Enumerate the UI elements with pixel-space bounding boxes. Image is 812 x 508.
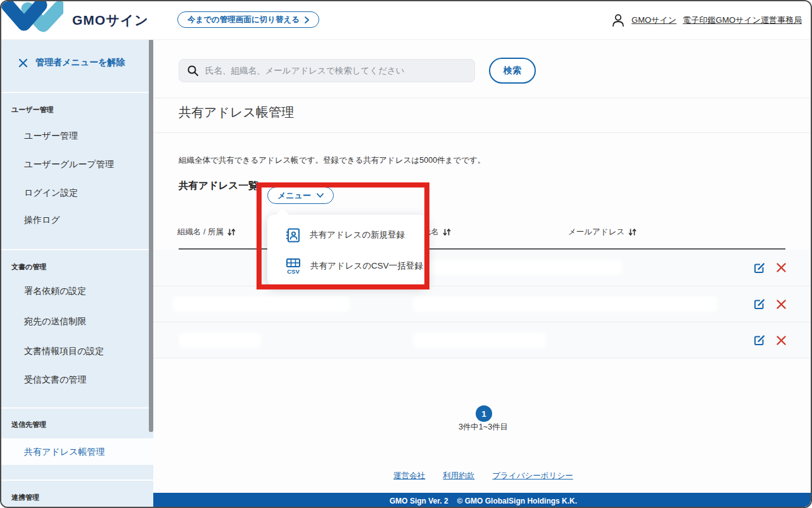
sidebar-item-recipient-send-restriction[interactable]: 宛先の送信制限 (24, 315, 86, 327)
redacted-cell (172, 296, 350, 312)
version-label: GMO Sign Ver. 2 (390, 497, 448, 505)
account-link-service[interactable]: GMOサイン (631, 15, 676, 26)
switch-admin-view-button[interactable]: 今までの管理画面に切り替える (177, 11, 319, 28)
sidebar-item-signature-request-settings[interactable]: 署名依頼の設定 (24, 284, 86, 297)
footer-link-company[interactable]: 運営会社 (393, 471, 425, 481)
csv-upload-icon: CSV (285, 258, 301, 274)
footer-link-terms[interactable]: 利用約款 (443, 471, 474, 481)
sidebar-divider (1, 92, 153, 93)
admin-sidebar: 管理者メニューを解除 ユーザー管理 ユーザー管理 ユーザーグループ管理 ログイン… (1, 39, 153, 508)
column-header-organization[interactable]: 組織名 / 所属 (177, 227, 236, 238)
account-link-operator[interactable]: 電子印鑑GMOサイン運営事務局 (683, 15, 802, 26)
account-area: GMOサイン 電子印鑑GMOサイン運営事務局 (611, 1, 802, 39)
sidebar-section-user-mgmt: ユーザー管理 (11, 105, 54, 115)
delete-x-icon (776, 335, 787, 346)
top-header: GMOサイン 今までの管理画面に切り替える GMOサイン 電子印鑑GMOサイン運… (1, 1, 811, 40)
menu-item-csv-bulk-register[interactable]: CSV 共有アドレスのCSV一括登録 (267, 250, 427, 282)
close-icon (18, 58, 28, 68)
search-button[interactable]: 検索 (489, 58, 536, 84)
sort-icon (227, 228, 236, 236)
list-title: 共有アドレス一覧 (179, 179, 258, 193)
sidebar-item-operation-log[interactable]: 操作ログ (24, 213, 60, 226)
delete-button[interactable] (776, 335, 787, 346)
column-label: メールアドレス (568, 227, 625, 238)
sidebar-divider (1, 479, 153, 481)
redacted-cell (413, 260, 622, 275)
divider (153, 132, 812, 133)
pagination-page-1[interactable]: 1 (476, 405, 492, 422)
edit-icon (753, 334, 766, 346)
svg-text:CSV: CSV (287, 268, 300, 274)
search-input[interactable]: 氏名、組織名、メールアドレスで検索してください (179, 59, 475, 82)
menu-button-label: メニュー (277, 190, 311, 201)
sidebar-scrollbar[interactable] (149, 39, 153, 432)
edit-button[interactable] (753, 298, 766, 310)
column-header-name[interactable]: 氏名 (423, 227, 451, 238)
page-description: 組織全体で共有できるアドレス帳です。登録できる共有アドレスは5000件までです。 (179, 155, 485, 166)
edit-button[interactable] (753, 262, 766, 274)
search-placeholder: 氏名、組織名、メールアドレスで検索してください (205, 65, 405, 77)
page-title: 共有アドレス帳管理 (179, 104, 294, 121)
search-icon (187, 65, 199, 77)
redacted-cell (413, 333, 546, 348)
redacted-cell (413, 296, 717, 312)
table-row (153, 322, 812, 359)
menu-item-new-shared-address[interactable]: 共有アドレスの新規登録 (267, 219, 427, 251)
sidebar-divider (1, 249, 153, 250)
switch-button-label: 今までの管理画面に切り替える (187, 15, 300, 25)
delete-x-icon (776, 262, 787, 273)
bottom-version-bar: GMO Sign Ver. 2 © GMO GlobalSign Holding… (153, 493, 812, 508)
delete-button[interactable] (776, 299, 787, 310)
sidebar-item-user-group-management[interactable]: ユーザーグループ管理 (24, 158, 114, 170)
address-book-add-icon (285, 227, 301, 243)
sort-icon (443, 228, 451, 236)
sidebar-collapse-label: 管理者メニューを解除 (35, 57, 125, 68)
edit-button[interactable] (753, 334, 766, 346)
sidebar-section-document-mgmt: 文書の管理 (11, 262, 46, 272)
table-row (153, 286, 812, 322)
menu-item-label: 共有アドレスの新規登録 (310, 229, 405, 241)
sidebar-divider (1, 407, 153, 409)
delete-x-icon (776, 299, 787, 310)
column-header-email[interactable]: メールアドレス (568, 227, 637, 238)
sidebar-item-login-settings[interactable]: ログイン設定 (24, 186, 78, 199)
sidebar-item-shared-address-book[interactable]: 共有アドレス帳管理 (1, 438, 153, 465)
sidebar-item-received-document-mgmt[interactable]: 受信文書の管理 (24, 373, 86, 386)
sort-icon (628, 228, 637, 236)
divider (153, 98, 812, 98)
sidebar-item-document-info-settings[interactable]: 文書情報項目の設定 (24, 345, 104, 357)
main-content: 氏名、組織名、メールアドレスで検索してください 検索 共有アドレス帳管理 組織全… (153, 39, 812, 508)
logo-text: GMOサイン (72, 11, 149, 29)
gmo-logo-mark-icon (1, 0, 63, 38)
table-row (153, 250, 812, 286)
sidebar-active-item-label: 共有アドレス帳管理 (24, 445, 105, 458)
sidebar-section-integration-mgmt: 連携管理 (11, 493, 39, 502)
user-icon (611, 13, 625, 27)
column-label: 組織名 / 所属 (177, 227, 224, 238)
edit-icon (753, 262, 766, 274)
sidebar-collapse-button[interactable]: 管理者メニューを解除 (18, 57, 125, 68)
pagination-summary: 3件中1~3件目 (153, 422, 812, 433)
footer-link-privacy[interactable]: プライバシーポリシー (492, 471, 573, 481)
menu-item-label: 共有アドレスのCSV一括登録 (310, 260, 423, 272)
menu-dropdown-button[interactable]: メニュー (267, 187, 334, 204)
delete-button[interactable] (776, 262, 787, 273)
chevron-right-icon (305, 16, 309, 23)
menu-dropdown-panel: 共有アドレスの新規登録 CSV 共有アドレスのCSV一括登録 (267, 215, 427, 286)
sidebar-section-recipient-mgmt: 送信先管理 (11, 420, 46, 429)
edit-icon (753, 298, 766, 310)
copyright-label: © GMO GlobalSign Holdings K.K. (457, 497, 578, 505)
app-window: GMOサイン 今までの管理画面に切り替える GMOサイン 電子印鑑GMOサイン運… (0, 0, 812, 508)
redacted-cell (179, 333, 261, 348)
footer-links: 運営会社 利用約款 プライバシーポリシー (153, 471, 812, 481)
sidebar-item-user-management[interactable]: ユーザー管理 (24, 129, 78, 142)
chevron-down-icon (317, 193, 324, 198)
